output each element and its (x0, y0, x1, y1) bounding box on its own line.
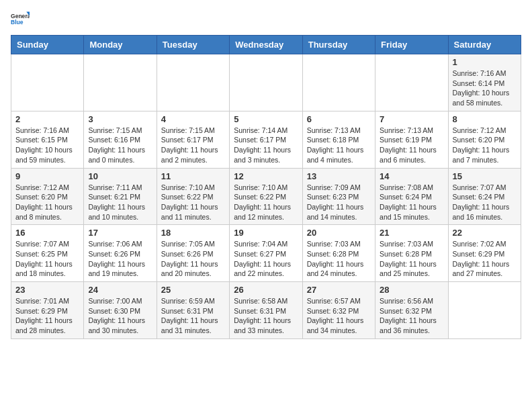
day-info: Sunrise: 7:15 AM Sunset: 6:17 PM Dayligh… (161, 126, 225, 165)
day-of-week-header: Thursday (302, 36, 375, 54)
day-info: Sunrise: 7:13 AM Sunset: 6:19 PM Dayligh… (380, 126, 443, 165)
day-info: Sunrise: 7:05 AM Sunset: 6:26 PM Dayligh… (161, 239, 225, 279)
calendar-cell: 19Sunrise: 7:04 AM Sunset: 6:27 PM Dayli… (230, 225, 302, 282)
day-info: Sunrise: 6:57 AM Sunset: 6:32 PM Dayligh… (307, 296, 371, 336)
day-info: Sunrise: 7:16 AM Sunset: 6:14 PM Dayligh… (453, 68, 517, 108)
calendar-cell: 21Sunrise: 7:03 AM Sunset: 6:28 PM Dayli… (375, 225, 448, 282)
day-number: 5 (234, 114, 298, 124)
day-of-week-header: Sunday (11, 36, 84, 54)
day-info: Sunrise: 6:59 AM Sunset: 6:31 PM Dayligh… (161, 296, 225, 336)
calendar-week-row: 2Sunrise: 7:16 AM Sunset: 6:15 PM Daylig… (11, 111, 521, 168)
day-info: Sunrise: 7:13 AM Sunset: 6:18 PM Dayligh… (307, 126, 371, 165)
calendar-cell: 12Sunrise: 7:10 AM Sunset: 6:22 PM Dayli… (230, 168, 302, 225)
day-of-week-header: Saturday (448, 36, 521, 54)
calendar-cell: 27Sunrise: 6:57 AM Sunset: 6:32 PM Dayli… (302, 282, 375, 339)
calendar-cell: 2Sunrise: 7:16 AM Sunset: 6:15 PM Daylig… (11, 111, 84, 168)
day-info: Sunrise: 7:12 AM Sunset: 6:20 PM Dayligh… (453, 126, 517, 165)
calendar-cell: 9Sunrise: 7:12 AM Sunset: 6:20 PM Daylig… (11, 168, 84, 225)
calendar-cell: 15Sunrise: 7:07 AM Sunset: 6:24 PM Dayli… (448, 168, 521, 225)
day-number: 7 (380, 114, 443, 124)
calendar-cell: 14Sunrise: 7:08 AM Sunset: 6:24 PM Dayli… (375, 168, 448, 225)
calendar-cell: 16Sunrise: 7:07 AM Sunset: 6:25 PM Dayli… (11, 225, 84, 282)
calendar-cell: 5Sunrise: 7:14 AM Sunset: 6:17 PM Daylig… (230, 111, 302, 168)
day-number: 14 (380, 171, 443, 181)
calendar-cell: 18Sunrise: 7:05 AM Sunset: 6:26 PM Dayli… (157, 225, 229, 282)
calendar-cell: 8Sunrise: 7:12 AM Sunset: 6:20 PM Daylig… (448, 111, 521, 168)
day-info: Sunrise: 7:01 AM Sunset: 6:29 PM Dayligh… (15, 296, 79, 336)
day-info: Sunrise: 7:06 AM Sunset: 6:26 PM Dayligh… (88, 239, 152, 279)
calendar-cell: 13Sunrise: 7:09 AM Sunset: 6:23 PM Dayli… (302, 168, 375, 225)
svg-text:General: General (11, 13, 30, 19)
calendar-cell: 23Sunrise: 7:01 AM Sunset: 6:29 PM Dayli… (11, 282, 84, 339)
day-number: 2 (15, 114, 79, 124)
calendar-cell: 7Sunrise: 7:13 AM Sunset: 6:19 PM Daylig… (375, 111, 448, 168)
day-number: 10 (88, 171, 152, 181)
day-number: 9 (15, 171, 79, 181)
day-number: 21 (380, 228, 443, 238)
day-number: 8 (453, 114, 517, 124)
day-number: 16 (15, 228, 79, 238)
day-info: Sunrise: 7:16 AM Sunset: 6:15 PM Dayligh… (15, 126, 79, 165)
calendar-cell: 26Sunrise: 6:58 AM Sunset: 6:31 PM Dayli… (230, 282, 302, 339)
calendar-cell: 1Sunrise: 7:16 AM Sunset: 6:14 PM Daylig… (448, 54, 521, 111)
day-number: 12 (234, 171, 298, 181)
calendar-cell (11, 54, 84, 111)
calendar-cell: 4Sunrise: 7:15 AM Sunset: 6:17 PM Daylig… (157, 111, 229, 168)
day-number: 26 (234, 285, 298, 295)
logo-icon: General Blue (11, 11, 30, 30)
day-info: Sunrise: 7:10 AM Sunset: 6:22 PM Dayligh… (234, 183, 298, 222)
day-info: Sunrise: 7:12 AM Sunset: 6:20 PM Dayligh… (15, 183, 79, 222)
day-number: 23 (15, 285, 79, 295)
day-of-week-header: Friday (375, 36, 448, 54)
page-header: General Blue (11, 11, 521, 30)
calendar-cell: 11Sunrise: 7:10 AM Sunset: 6:22 PM Dayli… (157, 168, 229, 225)
day-info: Sunrise: 7:00 AM Sunset: 6:30 PM Dayligh… (88, 296, 152, 336)
day-number: 20 (307, 228, 371, 238)
day-number: 3 (88, 114, 152, 124)
day-number: 4 (161, 114, 225, 124)
calendar-cell (448, 282, 521, 339)
day-number: 6 (307, 114, 371, 124)
calendar-cell: 25Sunrise: 6:59 AM Sunset: 6:31 PM Dayli… (157, 282, 229, 339)
day-number: 17 (88, 228, 152, 238)
day-number: 15 (453, 171, 517, 181)
calendar-cell (302, 54, 375, 111)
day-info: Sunrise: 7:07 AM Sunset: 6:24 PM Dayligh… (453, 183, 517, 222)
calendar-header-row: SundayMondayTuesdayWednesdayThursdayFrid… (11, 36, 521, 54)
svg-text:Blue: Blue (11, 19, 24, 26)
calendar-cell: 3Sunrise: 7:15 AM Sunset: 6:16 PM Daylig… (84, 111, 157, 168)
day-of-week-header: Tuesday (157, 36, 229, 54)
calendar-week-row: 1Sunrise: 7:16 AM Sunset: 6:14 PM Daylig… (11, 54, 521, 111)
calendar-cell: 17Sunrise: 7:06 AM Sunset: 6:26 PM Dayli… (84, 225, 157, 282)
calendar-cell: 28Sunrise: 6:56 AM Sunset: 6:32 PM Dayli… (375, 282, 448, 339)
day-number: 1 (453, 57, 517, 67)
calendar-table: SundayMondayTuesdayWednesdayThursdayFrid… (11, 35, 521, 339)
day-number: 25 (161, 285, 225, 295)
calendar-week-row: 23Sunrise: 7:01 AM Sunset: 6:29 PM Dayli… (11, 282, 521, 339)
calendar-cell: 10Sunrise: 7:11 AM Sunset: 6:21 PM Dayli… (84, 168, 157, 225)
calendar-week-row: 16Sunrise: 7:07 AM Sunset: 6:25 PM Dayli… (11, 225, 521, 282)
day-info: Sunrise: 7:15 AM Sunset: 6:16 PM Dayligh… (88, 126, 152, 165)
calendar-cell: 6Sunrise: 7:13 AM Sunset: 6:18 PM Daylig… (302, 111, 375, 168)
calendar-week-row: 9Sunrise: 7:12 AM Sunset: 6:20 PM Daylig… (11, 168, 521, 225)
day-info: Sunrise: 7:04 AM Sunset: 6:27 PM Dayligh… (234, 239, 298, 279)
day-number: 27 (307, 285, 371, 295)
day-info: Sunrise: 7:08 AM Sunset: 6:24 PM Dayligh… (380, 183, 443, 222)
day-info: Sunrise: 7:07 AM Sunset: 6:25 PM Dayligh… (15, 239, 79, 279)
day-info: Sunrise: 7:10 AM Sunset: 6:22 PM Dayligh… (161, 183, 225, 222)
day-number: 13 (307, 171, 371, 181)
logo: General Blue (11, 11, 32, 30)
day-of-week-header: Monday (84, 36, 157, 54)
day-info: Sunrise: 7:03 AM Sunset: 6:28 PM Dayligh… (307, 239, 371, 279)
day-number: 19 (234, 228, 298, 238)
day-info: Sunrise: 7:03 AM Sunset: 6:28 PM Dayligh… (380, 239, 443, 279)
calendar-cell (230, 54, 302, 111)
calendar-cell: 22Sunrise: 7:02 AM Sunset: 6:29 PM Dayli… (448, 225, 521, 282)
day-info: Sunrise: 6:56 AM Sunset: 6:32 PM Dayligh… (380, 296, 443, 336)
day-info: Sunrise: 7:09 AM Sunset: 6:23 PM Dayligh… (307, 183, 371, 222)
day-number: 24 (88, 285, 152, 295)
day-number: 22 (453, 228, 517, 238)
calendar-cell (84, 54, 157, 111)
day-number: 18 (161, 228, 225, 238)
calendar-cell: 24Sunrise: 7:00 AM Sunset: 6:30 PM Dayli… (84, 282, 157, 339)
